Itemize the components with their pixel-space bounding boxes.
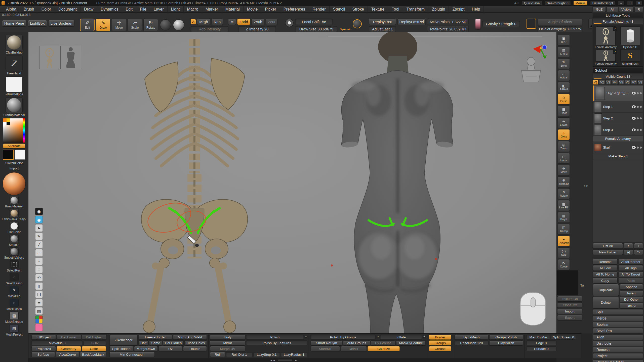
material-item[interactable]: ▦ MeshExtrude (5, 311, 23, 324)
section-project-basrelief[interactable]: Project BasRelief (593, 359, 643, 362)
copy-button[interactable]: Copy (593, 278, 618, 283)
subtool-item-step3[interactable]: Step 3 (593, 124, 643, 136)
surface-button[interactable]: Surface (31, 352, 55, 357)
tool-thumb-simplebrush[interactable]: S SimpleBrush (619, 50, 642, 65)
midvalue-slider[interactable]: MidValue 0 (31, 340, 83, 345)
rotate-view-button[interactable]: ↻Rotate (558, 188, 570, 199)
move-view-button[interactable]: ✛Move (558, 165, 570, 175)
focal-shift-slider[interactable]: Focal Shift -56 (295, 19, 333, 25)
folder-move-icon-button[interactable]: ↷ (634, 249, 643, 255)
same-button[interactable]: Same (149, 340, 162, 345)
zcut-button[interactable]: Zcut (266, 19, 277, 25)
actual-button[interactable]: ▭Actual (558, 70, 570, 81)
duplicate-button[interactable]: Duplicate (593, 284, 619, 296)
claypolish-button[interactable]: ClayPolish (489, 340, 523, 345)
menu-tool[interactable]: Tool (388, 6, 403, 12)
select-cursor-icon[interactable]: ➤ (35, 224, 43, 232)
texture-export-button[interactable]: Export (557, 315, 582, 320)
material-item[interactable]: FabioPaiva_Clay2 (2, 209, 26, 221)
minimize-button[interactable]: – (618, 1, 624, 5)
lsym-button[interactable]: ⇋L.Sym (558, 117, 570, 128)
eraser-tool-icon[interactable]: ▱ (35, 249, 43, 257)
m-button[interactable]: M (228, 19, 236, 25)
rotate-mode-button[interactable]: ↻ Rotate (143, 19, 158, 31)
dynamesh-button[interactable]: DynaMesh (455, 335, 489, 340)
autoreorder-button[interactable]: AutoReorder (618, 259, 643, 264)
uv-button[interactable]: Uv (158, 346, 182, 351)
goz-all-button[interactable]: All (607, 7, 618, 12)
section-boolean[interactable]: Boolean (593, 322, 643, 327)
subtool-eye-icon[interactable] (632, 146, 636, 149)
solo-button[interactable]: ◯Solo (558, 247, 570, 258)
move-up-button[interactable]: ↑ (624, 243, 633, 249)
lightbox-button[interactable]: LightBox (28, 20, 47, 26)
dynamic-draw-size-toggle[interactable]: Dynamic (340, 28, 351, 31)
material-item[interactable]: ▤ MeshProject (6, 324, 23, 336)
menu-document[interactable]: Document (55, 6, 80, 12)
projectall-button[interactable]: ProjectAll (31, 346, 56, 351)
zoom3d-button[interactable]: ⊕Zoom3D (558, 176, 570, 187)
zsub-button[interactable]: Zsub (252, 19, 264, 25)
del-higher-button[interactable]: Del Higher (82, 335, 106, 340)
subtool-sculpt-icon[interactable] (640, 106, 642, 108)
undo-icon[interactable]: ↶ (35, 274, 43, 282)
del-other-button[interactable]: Del Other (620, 297, 643, 302)
menu-brush[interactable]: Brush (20, 6, 38, 12)
insert-button[interactable]: Insert (620, 290, 643, 296)
import-button[interactable]: Import (10, 166, 19, 170)
alpha-picker-button[interactable] (173, 19, 184, 30)
history-thumbnail-skeleton[interactable] (39, 46, 60, 69)
marker-pin-icon[interactable]: ◉ (35, 208, 43, 215)
menu-zplugin[interactable]: Zplugin (428, 6, 449, 12)
del-all-button[interactable]: Del All (620, 303, 643, 308)
polish-by-groups-radio-icon[interactable]: ○ (377, 335, 379, 340)
subtool-item-skull[interactable]: Skull (593, 142, 643, 153)
gxyz-button[interactable]: ⊹Gxyz (558, 129, 570, 140)
all-to-home-button[interactable]: All To Home (593, 272, 618, 277)
maximize-button[interactable]: ❐ (627, 1, 633, 5)
section-distribute[interactable]: Distribute (593, 341, 643, 346)
folder-icon-button[interactable]: ▣ (624, 249, 633, 255)
transp-button[interactable]: ◫Transp (558, 224, 570, 235)
half-button[interactable]: Half (138, 340, 148, 345)
polish-by-groups-slider[interactable]: Polish By Groups (311, 335, 376, 340)
freezeborder-button[interactable]: FreezeBorder (138, 335, 172, 340)
section-merge[interactable]: Merge (593, 315, 643, 321)
new-folder-button[interactable]: New Folder (593, 249, 623, 255)
draw-mode-button[interactable]: ✎ Draw (96, 19, 110, 31)
pencil-tool-icon[interactable]: ╱ (35, 241, 43, 248)
spix-slider[interactable]: ▥SPix 3 (558, 47, 570, 57)
max-min-slider[interactable]: Max 25 Min (526, 335, 550, 340)
close-holes-button[interactable]: Close Holes (184, 340, 207, 345)
home-page-button[interactable]: Home Page (2, 20, 26, 26)
material-item[interactable]: SelectRect (7, 260, 21, 272)
unify-button[interactable]: Unify (210, 335, 245, 340)
line-fill-button[interactable]: ▤Line Fill (558, 200, 570, 211)
draw-size-slider[interactable]: Draw Size 30.69679 (295, 26, 337, 32)
groups-polish-button[interactable]: Groups Polish (489, 335, 523, 340)
subtool-sculpt-icon[interactable] (640, 92, 642, 94)
all-to-target-button[interactable]: All To Target (618, 272, 643, 277)
polish-slider[interactable]: Polish (246, 335, 304, 340)
bpr-button[interactable]: ▣BPR (558, 35, 570, 46)
menu-layer[interactable]: Layer (150, 6, 168, 12)
material-item[interactable]: BasicMaterial (5, 196, 23, 208)
menu-texture[interactable]: Texture (368, 6, 388, 12)
menu-stencil[interactable]: Stencil (330, 6, 349, 12)
mirror-and-weld-button[interactable]: Mirror And Weld (173, 335, 207, 340)
menu-edit[interactable]: Edit (122, 6, 136, 12)
tool-thumb-female-anatomy[interactable]: 7 Female Anatomy (594, 26, 618, 49)
gravity-strength-slider[interactable]: Gravity Strength 0 (482, 21, 520, 27)
subtool-paint-icon[interactable] (637, 147, 639, 149)
texture-on-button[interactable]: Texture On (557, 296, 582, 301)
subtool-item-step1[interactable]: Step 1 (593, 101, 643, 113)
document-canvas[interactable]: ◉ ◉ ➤ ✎ ╱ ▱ • ◌ ↶ ▯ ❑ ≣ ▤ ◄ (28, 32, 556, 333)
scroll-button[interactable]: ⇅Scroll (558, 58, 570, 69)
color-button[interactable]: Color (82, 346, 106, 351)
polyf-button[interactable]: ▦PolyF (558, 212, 570, 223)
colorize-button[interactable]: Colorize (368, 346, 400, 351)
trash-icon[interactable]: ▯ (35, 282, 43, 290)
field-of-view-slider[interactable]: Field of view(deg) 39.59775 (538, 26, 582, 32)
menu-transform[interactable]: Transform (403, 6, 428, 12)
mirror-button[interactable]: Mirror (210, 340, 245, 345)
